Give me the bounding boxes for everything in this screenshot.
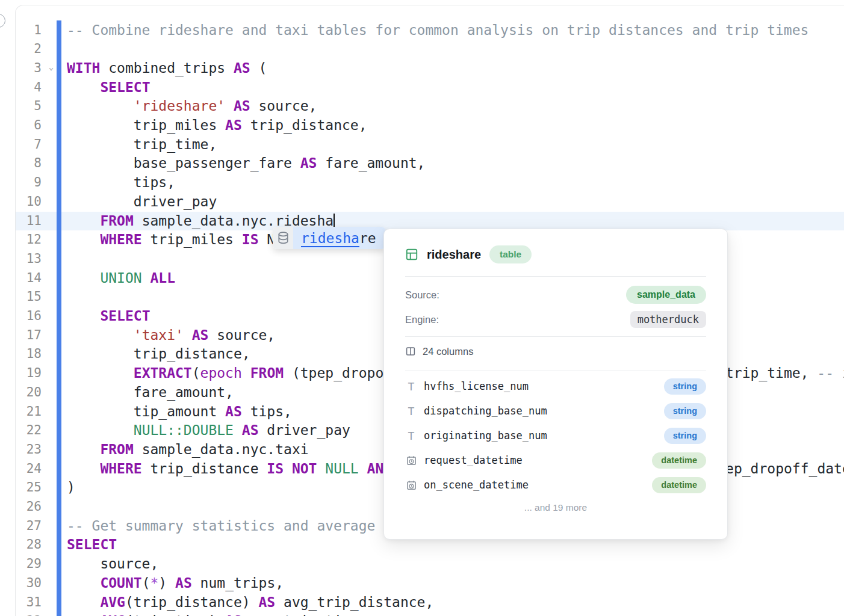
text-type-icon: T: [405, 405, 417, 417]
code-token: AS: [300, 155, 317, 171]
column-row: Thvfhs_license_numstring: [405, 377, 706, 395]
columns-list: Thvfhs_license_numstringTdispatching_bas…: [405, 371, 706, 494]
code-token: source,: [208, 327, 275, 343]
code-token: avg_trip_time,: [242, 613, 367, 616]
code-token: (: [142, 575, 150, 591]
code-token: EXTRACT: [134, 365, 192, 381]
collapsed-panel-handle[interactable]: [0, 14, 5, 28]
code-token: AS: [175, 575, 192, 591]
engine-label: Engine:: [405, 314, 439, 325]
code-line[interactable]: 1-- Combine rideshare and taxi tables fo…: [16, 21, 844, 40]
line-number[interactable]: 8: [16, 154, 42, 173]
code-token: [234, 422, 242, 438]
code-token: -- in seconds: [817, 365, 844, 381]
code-token: fare_amount,: [317, 155, 425, 171]
code-line[interactable]: 9 tips,: [16, 173, 844, 192]
code-line[interactable]: 4 SELECT: [16, 78, 844, 97]
code-token: COUNT: [100, 575, 141, 591]
code-token: trip_distance: [142, 461, 267, 476]
code-text: AVG(trip_time) AS avg_trip_time,: [67, 612, 367, 616]
line-number[interactable]: 2: [16, 40, 42, 59]
code-token: ALL: [150, 270, 176, 286]
text-type-icon: T: [405, 430, 417, 442]
line-number[interactable]: 29: [16, 555, 42, 574]
code-text: trip_miles AS trip_distance,: [67, 116, 367, 135]
autocomplete-item-rideshare[interactable]: rideshare: [293, 227, 385, 249]
code-text: trip_time,: [67, 135, 217, 155]
column-row: Tdispatching_base_numstring: [405, 402, 706, 420]
code-token: trip_miles: [67, 117, 225, 133]
code-token: epoch: [200, 365, 242, 381]
code-line[interactable]: 11 FROM sample_data.nyc.ridesha: [16, 212, 844, 231]
code-token: [317, 461, 325, 476]
code-line[interactable]: 2: [16, 40, 844, 59]
source-row: Source: sample_data: [405, 286, 706, 304]
line-number[interactable]: 28: [16, 535, 42, 555]
code-line[interactable]: 30 COUNT(*) AS num_trips,: [16, 574, 844, 593]
code-line[interactable]: 5 'rideshare' AS source,: [16, 97, 844, 116]
line-number[interactable]: 20: [16, 383, 42, 402]
line-number[interactable]: 21: [16, 402, 42, 422]
code-line[interactable]: 10 driver_pay: [16, 192, 844, 212]
column-row: on_scene_datetimedatetime: [405, 476, 706, 494]
code-line[interactable]: 31 AVG(trip_distance) AS avg_trip_distan…: [16, 593, 844, 612]
line-number[interactable]: 10: [16, 192, 42, 212]
line-number[interactable]: 27: [16, 517, 42, 536]
code-token: AS: [234, 98, 250, 114]
line-number[interactable]: 5: [16, 97, 42, 116]
column-row: Toriginating_base_numstring: [405, 427, 706, 445]
code-line[interactable]: 8 base_passenger_fare AS fare_amount,: [16, 154, 844, 173]
text-cursor: [334, 214, 335, 229]
code-line[interactable]: 32 AVG(trip_time) AS avg_trip_time,: [16, 612, 844, 616]
line-number[interactable]: 30: [16, 574, 42, 593]
autocomplete-popup[interactable]: rideshare: [273, 227, 385, 249]
code-text: tip_amount AS tips,: [67, 402, 292, 422]
code-text: 'taxi' AS source,: [67, 326, 275, 345]
code-line[interactable]: 7 trip_time,: [16, 135, 844, 155]
engine-value-badge: motherduck: [630, 311, 706, 328]
line-number[interactable]: 14: [16, 269, 42, 288]
line-number[interactable]: 3: [16, 59, 42, 78]
code-text: -- Combine rideshare and taxi tables for…: [67, 21, 808, 40]
line-number[interactable]: 1: [16, 21, 42, 40]
line-number[interactable]: 22: [16, 421, 42, 440]
line-number[interactable]: 25: [16, 478, 42, 497]
code-line[interactable]: 29 source,: [16, 555, 844, 574]
line-number[interactable]: 11: [16, 212, 42, 231]
column-name: hvfhs_license_num: [424, 380, 664, 392]
code-token: tips,: [67, 174, 175, 190]
line-number[interactable]: 6: [16, 116, 42, 135]
autocomplete-rest-text: re: [359, 230, 376, 246]
gutter-change-bar: [57, 20, 61, 616]
code-token: [67, 270, 100, 286]
code-text: SELECT: [67, 535, 117, 555]
column-name: originating_base_num: [424, 430, 664, 442]
line-number[interactable]: 16: [16, 307, 42, 326]
code-line[interactable]: 6 trip_miles AS trip_distance,: [16, 116, 844, 135]
line-number[interactable]: 7: [16, 135, 42, 155]
line-number[interactable]: 24: [16, 460, 42, 479]
code-token: NULL: [325, 461, 358, 476]
line-number[interactable]: 13: [16, 250, 42, 269]
line-number[interactable]: 12: [16, 230, 42, 250]
fold-chevron-icon[interactable]: ⌄: [46, 58, 57, 77]
line-number[interactable]: 23: [16, 440, 42, 460]
line-number[interactable]: 9: [16, 173, 42, 192]
divider: [405, 276, 706, 277]
line-number[interactable]: 26: [16, 497, 42, 517]
code-token: [67, 79, 100, 95]
code-token: [142, 270, 150, 286]
code-token: [284, 461, 292, 476]
code-token: (: [192, 365, 200, 381]
code-token: [184, 327, 192, 343]
line-number[interactable]: 4: [16, 78, 42, 97]
line-number[interactable]: 18: [16, 345, 42, 364]
code-token: trip_miles: [142, 232, 242, 247]
line-number[interactable]: 31: [16, 593, 42, 612]
code-token: IS: [267, 461, 284, 476]
line-number[interactable]: 17: [16, 326, 42, 345]
line-number[interactable]: 19: [16, 364, 42, 383]
line-number[interactable]: 32: [16, 612, 42, 616]
line-number[interactable]: 15: [16, 288, 42, 307]
code-line[interactable]: 3⌄WITH combined_trips AS (: [16, 59, 844, 78]
